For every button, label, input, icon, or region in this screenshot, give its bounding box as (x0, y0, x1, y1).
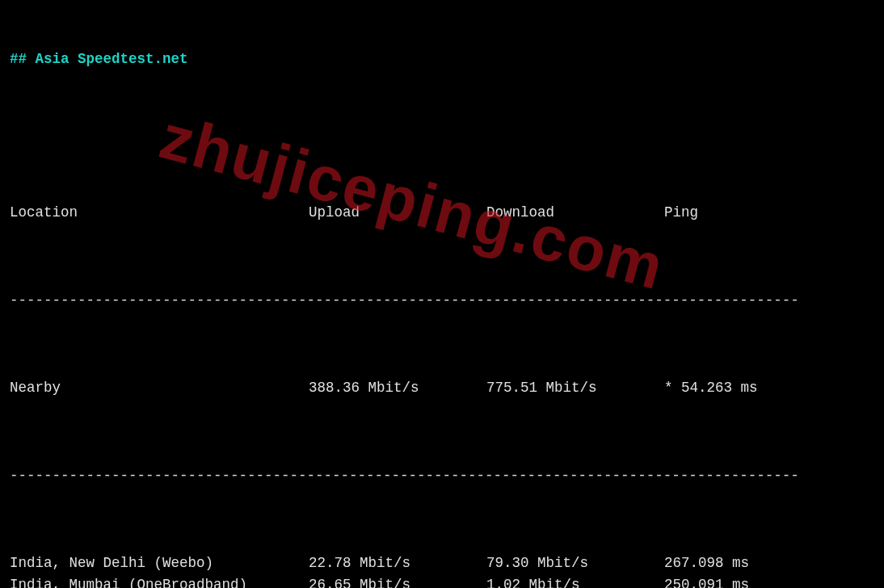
cell-upload: 22.78 Mbit/s (309, 552, 486, 574)
section-title: ## Asia Speedtest.net (10, 48, 874, 70)
cell-ping: 267.098 ms (664, 552, 842, 574)
divider-line: ----------------------------------------… (10, 290, 874, 312)
terminal-output: ## Asia Speedtest.net Location Upload Do… (0, 0, 884, 588)
header-ping: Ping (664, 202, 842, 224)
blank-line (10, 115, 874, 136)
nearby-download: 775.51 Mbit/s (486, 377, 664, 399)
nearby-ping: * 54.263 ms (664, 377, 842, 399)
header-location: Location (10, 202, 309, 224)
cell-upload: 26.65 Mbit/s (309, 574, 486, 588)
divider-line: ----------------------------------------… (10, 465, 874, 487)
cell-ping: 250.091 ms (664, 574, 842, 588)
cell-download: 1.02 Mbit/s (486, 574, 664, 588)
cell-location: India, New Delhi (Weebo) (10, 552, 309, 574)
header-upload: Upload (309, 202, 486, 224)
nearby-row: Nearby 388.36 Mbit/s 775.51 Mbit/s * 54.… (10, 377, 874, 399)
table-header-row: Location Upload Download Ping (10, 202, 874, 224)
cell-location: India, Mumbai (OneBroadband) (10, 574, 309, 588)
nearby-location: Nearby (10, 377, 309, 399)
header-download: Download (486, 202, 664, 224)
table-row: India, New Delhi (Weebo)22.78 Mbit/s79.3… (10, 552, 874, 574)
cell-download: 79.30 Mbit/s (486, 552, 664, 574)
table-row: India, Mumbai (OneBroadband)26.65 Mbit/s… (10, 574, 874, 588)
nearby-upload: 388.36 Mbit/s (309, 377, 486, 399)
